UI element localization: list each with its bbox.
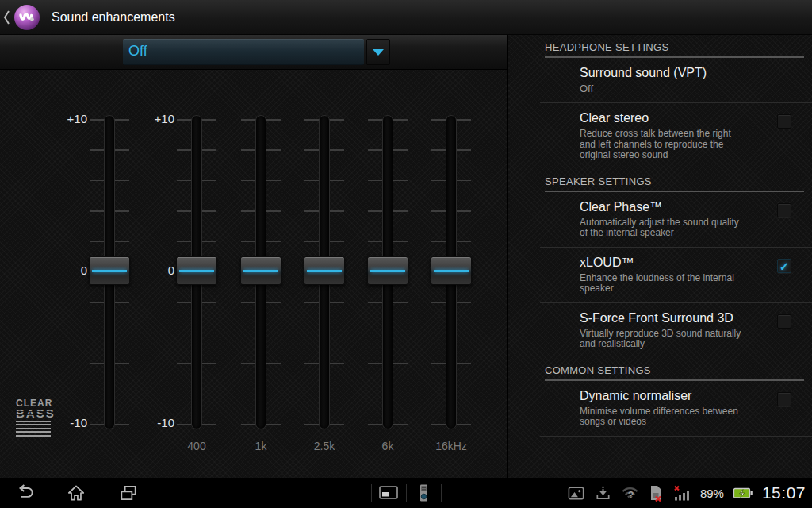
back-chevron-icon — [2, 9, 10, 26]
small-apps-icon — [377, 483, 400, 503]
recents-icon — [118, 483, 139, 503]
setting-description: Automatically adjust the sound quality o… — [580, 217, 742, 239]
eq-preset-row: Off — [0, 35, 508, 70]
clear-stereo-checkbox[interactable] — [777, 114, 791, 129]
eq-band-slider-16kHz[interactable]: 16kHz — [408, 70, 495, 478]
home-button[interactable] — [59, 478, 94, 508]
clear-bass-logo: CLEAR BASS — [16, 398, 51, 437]
eq-preset-dropdown[interactable]: Off — [123, 39, 364, 65]
gallery-status-icon — [567, 484, 585, 502]
scale-label-max: +10 — [127, 112, 174, 126]
setting-title: Dynamic normaliser — [580, 388, 760, 403]
small-apps-button[interactable] — [371, 478, 406, 508]
chevron-down-icon — [373, 49, 384, 56]
clear-bass-slider-handle[interactable] — [89, 256, 130, 285]
battery-charging-icon — [733, 484, 753, 502]
setting-item-dynamic-normaliser[interactable]: Dynamic normaliser Minimise volume diffe… — [540, 381, 812, 437]
home-icon — [66, 483, 86, 503]
setting-title: Clear stereo — [580, 110, 760, 125]
navbar-separator — [441, 484, 442, 502]
setting-title: xLOUD™ — [580, 255, 760, 270]
up-navigation-button[interactable] — [0, 0, 45, 35]
setting-title: S-Force Front Surround 3D — [580, 310, 760, 325]
scale-label-zero: 0 — [40, 264, 87, 278]
scale-label-min: -10 — [127, 416, 174, 430]
setting-description: Minimise volume differences between song… — [580, 406, 742, 428]
settings-panel: HEADPHONE SETTINGS Surround sound (VPT) … — [508, 35, 812, 478]
recents-button[interactable] — [111, 478, 146, 508]
download-status-icon — [594, 484, 612, 502]
xloud-checkbox[interactable]: ✓ — [777, 259, 791, 273]
page-title: Sound enhancements — [52, 10, 175, 25]
wifi-unknown-icon: ? — [621, 484, 639, 502]
setting-item-xloud[interactable]: xLOUD™ Enhance the loudness of the inter… — [540, 248, 812, 303]
eq-band-16kHz-handle[interactable] — [431, 256, 472, 285]
no-sim-icon — [648, 483, 664, 502]
svg-text:?: ? — [628, 490, 634, 501]
eq-band-1k-handle[interactable] — [240, 256, 282, 285]
setting-item-sforce[interactable]: S-Force Front Surround 3D Virtually repr… — [540, 303, 812, 358]
system-nav-bar: ? 89% — [0, 478, 812, 508]
status-tray[interactable]: ? 89% — [567, 478, 812, 508]
remote-small-app-button[interactable] — [406, 478, 441, 508]
no-signal-icon — [672, 483, 691, 502]
setting-title: Clear Phase™ — [580, 199, 760, 214]
section-header-speaker: SPEAKER SETTINGS — [545, 169, 804, 187]
freq-label: 16kHz — [408, 440, 495, 452]
battery-percent: 89% — [700, 487, 724, 500]
setting-item-clear-stereo[interactable]: Clear stereo Reduce cross talk between t… — [540, 103, 812, 169]
remote-app-icon — [413, 483, 434, 503]
clear-phase-checkbox[interactable] — [777, 203, 791, 217]
setting-value: Off — [580, 83, 760, 94]
setting-description: Enhance the loudness of the internal spe… — [580, 273, 742, 294]
scale-label-zero: 0 — [127, 264, 174, 278]
eq-band-2.5k-handle[interactable] — [304, 256, 345, 285]
scale-label-max: +10 — [40, 112, 87, 126]
equalizer-panel: +10 0 -10 +10 0 -10 400 1k 2.5k — [0, 70, 508, 478]
setting-description: Reduce cross talk between the right and … — [580, 129, 742, 161]
eq-preset-value: Off — [128, 43, 147, 59]
section-header-headphone: HEADPHONE SETTINGS — [545, 35, 804, 53]
eq-band-400-handle[interactable] — [176, 256, 217, 285]
eq-preset-dropdown-button[interactable] — [366, 39, 390, 65]
section-header-common: COMMON SETTINGS — [545, 358, 804, 376]
back-icon — [15, 483, 36, 503]
setting-description: Virtually reproduce 3D sound naturally a… — [580, 329, 742, 350]
status-clock: 15:07 — [762, 483, 806, 502]
dynamic-normaliser-checkbox[interactable] — [777, 392, 791, 406]
setting-item-surround-sound[interactable]: Surround sound (VPT) Off — [540, 58, 812, 103]
action-bar: Sound enhancements — [0, 0, 812, 35]
clear-bass-logo-stripes — [16, 421, 51, 437]
clear-bass-logo-bottom: BASS — [16, 408, 51, 419]
setting-item-clear-phase[interactable]: Clear Phase™ Automatically adjust the so… — [540, 192, 812, 248]
back-button[interactable] — [8, 478, 43, 508]
walkman-app-icon — [13, 4, 40, 31]
sforce-checkbox[interactable] — [777, 314, 791, 329]
screen: Sound enhancements Off +10 0 -10 +10 0 -… — [0, 0, 812, 508]
setting-title: Surround sound (VPT) — [580, 65, 760, 80]
eq-band-6k-handle[interactable] — [367, 256, 408, 285]
